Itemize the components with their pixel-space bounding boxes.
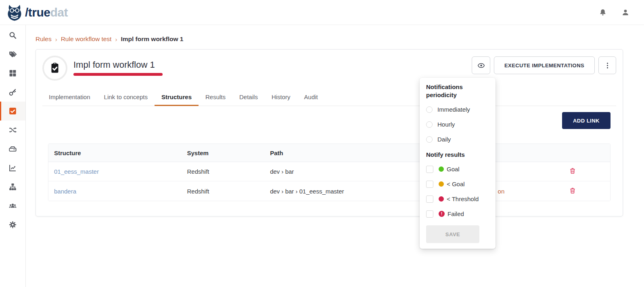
card-actions: EXECUTE IMPLEMENTATIONS (472, 56, 616, 74)
radio-option-daily[interactable]: Daily (426, 132, 489, 147)
radio-label: Daily (437, 136, 451, 143)
user-icon (621, 8, 629, 17)
implementation-badge (42, 56, 67, 81)
execute-implementations-button[interactable]: EXECUTE IMPLEMENTATIONS (494, 56, 595, 74)
tab-bar: Implementation Link to concepts Structur… (42, 89, 616, 106)
tab-details[interactable]: Details (239, 89, 258, 106)
sidebar-item-dashboard[interactable] (0, 64, 25, 83)
kebab-menu-icon (604, 62, 611, 69)
profile-button[interactable] (621, 8, 629, 17)
checkbox-label: < Threshold (447, 195, 479, 202)
column-header-actions (535, 144, 610, 162)
path-cell: dev › bar › 01_eess_master (264, 181, 419, 201)
table-row: bandera Redshift dev › bar › 01_eess_mas… (48, 181, 610, 201)
checkbox-option-goal[interactable]: Goal (426, 162, 489, 177)
checkbox-icon[interactable] (426, 181, 433, 188)
delete-structure-button[interactable] (569, 187, 576, 194)
tab-history[interactable]: History (272, 89, 291, 106)
breadcrumb-separator: › (55, 36, 57, 43)
tab-structures[interactable]: Structures (161, 89, 192, 106)
breadcrumb-current: Impl form workflow 1 (121, 35, 183, 43)
system-cell: Redshift (182, 162, 265, 181)
sidebar-item-hierarchy[interactable] (0, 177, 25, 196)
checkbox-icon[interactable] (426, 195, 433, 203)
add-link-button[interactable]: ADD LINK (562, 112, 611, 129)
more-options-button[interactable] (598, 56, 616, 74)
checkbox-option-failed[interactable]: Failed (426, 206, 489, 221)
sidebar-item-insights[interactable] (0, 158, 25, 177)
title-block: Impl form workflow 1 (73, 56, 163, 76)
save-button[interactable]: SAVE (426, 225, 479, 243)
breadcrumb: Rules › Rule workflow test › Impl form w… (36, 35, 644, 43)
gear-icon (8, 220, 17, 229)
breadcrumb-link-rule-workflow-test[interactable]: Rule workflow test (61, 35, 112, 43)
notifications-button[interactable] (599, 8, 607, 17)
notifications-popup: Notifications periodicity Immediately Ho… (420, 78, 496, 249)
eye-icon (477, 62, 485, 69)
page-title: Impl form workflow 1 (73, 60, 163, 70)
tab-results[interactable]: Results (205, 89, 226, 106)
column-header-structure: Structure (48, 144, 182, 162)
sidebar-item-quality[interactable] (0, 102, 25, 121)
checkbox-label: Goal (447, 166, 460, 173)
owl-icon (6, 4, 23, 21)
structure-link[interactable]: 01_eess_master (54, 168, 99, 175)
sidebar-item-systems[interactable] (0, 139, 25, 158)
sidebar-item-lineage[interactable] (0, 121, 25, 139)
tab-audit[interactable]: Audit (304, 89, 318, 106)
view-toggle-button[interactable] (472, 56, 490, 74)
breadcrumb-separator: › (115, 36, 117, 43)
dashboard-grid-icon (8, 69, 17, 77)
radio-label: Immediately (437, 106, 470, 113)
radio-option-hourly[interactable]: Hourly (426, 117, 489, 132)
search-icon (8, 31, 17, 40)
tags-icon (8, 50, 17, 58)
sidebar-item-tags[interactable] (0, 45, 25, 64)
link-fragment[interactable]: on (498, 188, 505, 195)
below-goal-status-dot (439, 181, 444, 187)
column-header-path: Path (264, 144, 419, 162)
table-header-row: Structure System Path (48, 144, 610, 162)
checkbox-label: < Goal (447, 181, 465, 187)
tab-implementation[interactable]: Implementation (49, 89, 90, 106)
checkbox-icon[interactable] (426, 166, 433, 173)
checkbox-option-below-threshold[interactable]: < Threshold (426, 191, 489, 206)
app-header: /truedat (0, 0, 644, 25)
implementation-card: Impl form workflow 1 EXECUTE IMPLEMENTAT… (36, 49, 623, 216)
brand-text-primary: /true (25, 6, 50, 19)
radio-icon[interactable] (426, 136, 433, 143)
sidebar-item-search[interactable] (0, 26, 25, 45)
brand-logo[interactable]: /truedat (6, 4, 68, 21)
checkbox-label: Failed (447, 210, 464, 217)
bell-icon (599, 8, 607, 17)
checkbox-option-below-goal[interactable]: < Goal (426, 177, 489, 191)
clipboard-check-icon (48, 61, 62, 75)
brand-text-secondary: dat (50, 6, 68, 19)
delete-structure-button[interactable] (569, 167, 576, 175)
sidebar-item-users[interactable] (0, 196, 25, 215)
checkbox-icon[interactable] (426, 210, 433, 218)
trash-icon (569, 187, 576, 194)
below-threshold-status-dot (439, 196, 444, 202)
sidebar-item-settings[interactable] (0, 215, 25, 234)
path-cell: dev › bar (264, 162, 419, 181)
shuffle-icon (8, 126, 17, 134)
drive-icon (8, 145, 17, 153)
trash-icon (569, 167, 576, 175)
users-group-icon (8, 202, 17, 210)
sidebar-item-permissions[interactable] (0, 83, 25, 102)
key-icon (8, 88, 17, 96)
goal-status-dot (439, 166, 444, 172)
radio-icon[interactable] (426, 106, 433, 113)
breadcrumb-link-rules[interactable]: Rules (36, 35, 52, 43)
radio-option-immediately[interactable]: Immediately (426, 102, 489, 117)
table-row: 01_eess_master Redshift dev › bar (48, 162, 610, 181)
brand-text: /truedat (25, 6, 68, 19)
tab-link-to-concepts[interactable]: Link to concepts (104, 89, 148, 106)
radio-label: Hourly (437, 121, 455, 128)
structure-link[interactable]: bandera (54, 188, 76, 195)
sitemap-icon (8, 183, 17, 191)
radio-icon[interactable] (426, 121, 433, 128)
failed-exclamation-icon (439, 211, 445, 217)
structures-panel: ADD LINK Structure System Path (36, 112, 623, 201)
